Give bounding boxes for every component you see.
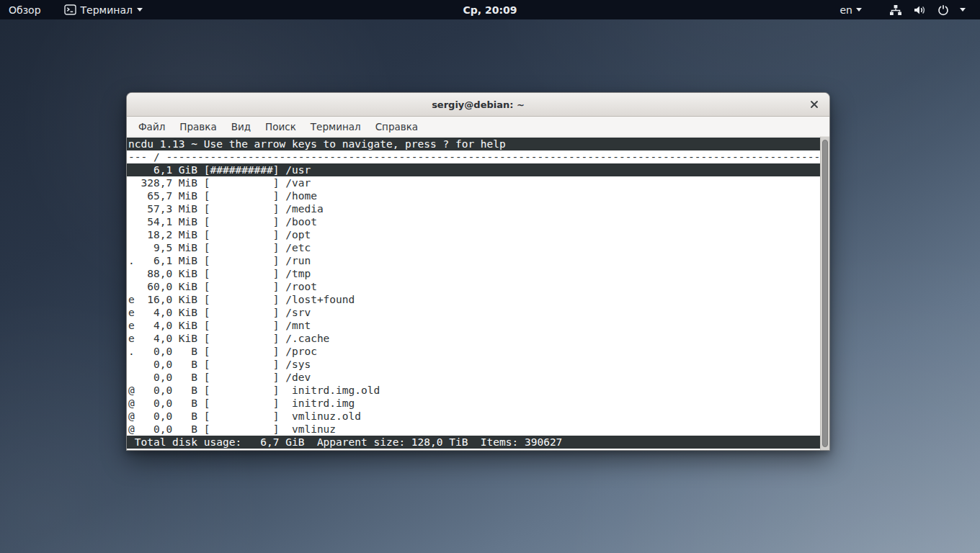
- ncdu-row: 88,0 KiB [ ] /tmp: [127, 267, 820, 280]
- ncdu-path-line: --- / ----------------------------------…: [127, 150, 820, 163]
- ncdu-output: ncdu 1.13 ~ Use the arrow keys to naviga…: [127, 137, 820, 451]
- ncdu-header: ncdu 1.13 ~ Use the arrow keys to naviga…: [127, 138, 820, 150]
- close-button[interactable]: [806, 96, 822, 112]
- menu-item[interactable]: Терминал: [303, 118, 368, 135]
- ncdu-row: e 4,0 KiB [ ] /mnt: [127, 319, 820, 332]
- ncdu-row: 9,5 MiB [ ] /etc: [127, 241, 820, 254]
- keyboard-layout-label: en: [840, 4, 853, 16]
- ncdu-row: . 6,1 MiB [ ] /run: [127, 254, 820, 267]
- chevron-down-icon: [960, 8, 966, 12]
- ncdu-row: 60,0 KiB [ ] /root: [127, 280, 820, 293]
- window-titlebar[interactable]: sergiy@debian: ~: [127, 93, 829, 117]
- top-bar: Обзор Терминал Ср, 20:09 en: [0, 0, 980, 19]
- menu-bar: ФайлПравкаВидПоискТерминалСправка: [127, 117, 829, 137]
- menu-item[interactable]: Правка: [172, 118, 223, 135]
- ncdu-row: 0,0 B [ ] /dev: [127, 371, 820, 384]
- system-status-area[interactable]: [885, 0, 970, 19]
- ncdu-row-selected: 6,1 GiB [##########] /usr: [127, 163, 820, 176]
- ncdu-footer: Total disk usage: 6,7 GiB Apparent size:…: [127, 436, 820, 449]
- menu-item[interactable]: Поиск: [258, 118, 303, 135]
- terminal-screen[interactable]: ncdu 1.13 ~ Use the arrow keys to naviga…: [127, 137, 829, 451]
- clock[interactable]: Ср, 20:09: [455, 0, 524, 19]
- ncdu-row: @ 0,0 B [ ] vmlinuz.old: [127, 410, 820, 423]
- scrollbar-thumb[interactable]: [822, 140, 828, 447]
- ncdu-row: 328,7 MiB [ ] /var: [127, 176, 820, 189]
- power-icon: [937, 4, 949, 16]
- ncdu-row: @ 0,0 B [ ] vmlinuz: [127, 423, 820, 436]
- activities-button[interactable]: Обзор: [0, 0, 50, 19]
- ncdu-row: 65,7 MiB [ ] /home: [127, 189, 820, 202]
- ncdu-row: e 16,0 KiB [ ] /lost+found: [127, 293, 820, 306]
- menu-item[interactable]: Вид: [224, 118, 258, 135]
- activities-label: Обзор: [9, 4, 41, 16]
- chevron-down-icon: [137, 8, 143, 12]
- app-menu-label: Терминал: [81, 4, 133, 16]
- ncdu-row: 18,2 MiB [ ] /opt: [127, 228, 820, 241]
- keyboard-layout-indicator[interactable]: en: [833, 0, 870, 19]
- ncdu-row: e 4,0 KiB [ ] /srv: [127, 306, 820, 319]
- ncdu-rows: 6,1 GiB [##########] /usr 328,7 MiB [ ] …: [127, 163, 820, 436]
- scrollbar[interactable]: [820, 137, 829, 451]
- network-icon: [889, 4, 902, 16]
- ncdu-row: 0,0 B [ ] /sys: [127, 358, 820, 371]
- terminal-window: sergiy@debian: ~ ФайлПравкаВидПоискТерми…: [126, 92, 830, 451]
- ncdu-row: . 0,0 B [ ] /proc: [127, 345, 820, 358]
- system-tray: en: [833, 0, 980, 19]
- ncdu-row: e 4,0 KiB [ ] /.cache: [127, 332, 820, 345]
- terminal-app-icon: [64, 4, 76, 15]
- ncdu-row: @ 0,0 B [ ] initrd.img.old: [127, 384, 820, 397]
- window-title: sergiy@debian: ~: [432, 99, 525, 110]
- app-menu-terminal[interactable]: Терминал: [55, 0, 151, 19]
- ncdu-row: 54,1 MiB [ ] /boot: [127, 215, 820, 228]
- chevron-down-icon: [856, 8, 862, 12]
- ncdu-row: 57,3 MiB [ ] /media: [127, 202, 820, 215]
- menu-item[interactable]: Справка: [368, 118, 425, 135]
- ncdu-row: @ 0,0 B [ ] initrd.img: [127, 397, 820, 410]
- volume-icon: [913, 4, 927, 16]
- menu-item[interactable]: Файл: [131, 118, 172, 135]
